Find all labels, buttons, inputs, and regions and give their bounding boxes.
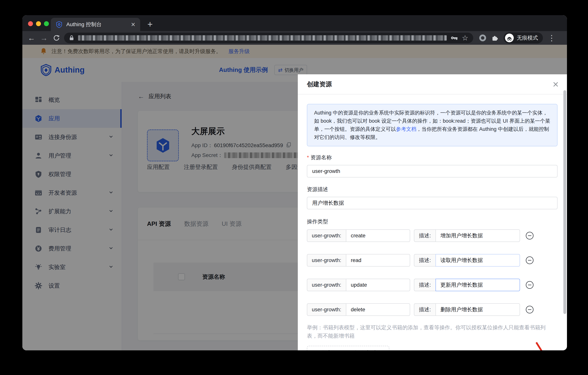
action-name-input[interactable] <box>346 303 410 316</box>
forward-icon[interactable]: → <box>39 34 49 42</box>
action-prefix: user-growth: <box>307 229 346 242</box>
tab-close-icon[interactable]: × <box>131 21 135 28</box>
docs-link[interactable]: 参考文档 <box>396 126 416 132</box>
action-prefix: user-growth: <box>307 254 346 266</box>
action-desc-input[interactable] <box>436 279 520 291</box>
desc-prefix: 描述: <box>414 254 436 266</box>
incognito-icon <box>505 33 514 42</box>
remove-action-icon[interactable] <box>525 305 534 314</box>
required-asterisk: * <box>307 154 309 161</box>
drawer-scrollbar[interactable] <box>563 90 566 314</box>
drawer-title: 创建资源 <box>307 80 553 88</box>
remove-action-icon[interactable] <box>525 281 534 289</box>
action-row-read: user-growth: 描述: <box>307 254 557 266</box>
incognito-badge: 无痕模式 <box>504 33 543 44</box>
plus-icon: + <box>315 350 319 350</box>
example-hint: 举例：书籍列表模型，这里可以定义书籍的添加，查看等操作。你可以授权某位操作人只能… <box>307 323 553 340</box>
traffic-lights <box>28 21 49 26</box>
extensions-puzzle-icon[interactable] <box>491 34 499 42</box>
resource-desc-label: 资源描述 <box>307 186 557 193</box>
record-circle-icon[interactable] <box>479 34 486 41</box>
action-row-update: user-growth: 描述: <box>307 279 557 291</box>
desc-prefix: 描述: <box>414 229 436 242</box>
zoom-window-button[interactable] <box>44 21 49 26</box>
action-row-delete: user-growth: 描述: <box>307 303 557 316</box>
close-icon[interactable]: × <box>553 79 559 89</box>
remove-action-icon[interactable] <box>525 256 534 265</box>
drawer-header: 创建资源 × <box>298 74 567 94</box>
action-type-label: 操作类型 <box>307 218 557 225</box>
resource-desc-input[interactable] <box>307 197 557 209</box>
desc-prefix: 描述: <box>414 279 436 291</box>
action-row-create: user-growth: 描述: <box>307 229 557 242</box>
browser-tab[interactable]: Authing 控制台 × <box>51 18 140 31</box>
action-name-input[interactable] <box>346 229 410 242</box>
resource-name-label: * 资源名称 <box>307 154 557 161</box>
browser-window: Authing 控制台 × + ← → ☆ <box>22 15 567 350</box>
lock-icon <box>69 35 74 41</box>
minimize-window-button[interactable] <box>36 21 41 26</box>
tab-title: Authing 控制台 <box>66 21 127 28</box>
create-resource-drawer: 创建资源 × Authing 中的资源是你的业务系统中实际资源的标识符，一个资源… <box>298 74 567 350</box>
password-key-icon[interactable] <box>451 35 458 41</box>
toolbar-right: 无痕模式 ⋮ <box>479 33 556 44</box>
action-prefix: user-growth: <box>307 279 346 291</box>
close-window-button[interactable] <box>28 21 33 26</box>
browser-menu-icon[interactable]: ⋮ <box>548 35 556 41</box>
address-bar[interactable]: ☆ <box>64 33 473 43</box>
drawer-body: Authing 中的资源是你的业务系统中实际资源的标识符，一个资源可以是你的业务… <box>298 104 567 350</box>
action-name-input[interactable] <box>346 279 410 291</box>
action-name-input[interactable] <box>346 254 410 266</box>
favicon-shield-icon <box>56 21 63 28</box>
action-prefix: user-growth: <box>307 303 346 316</box>
incognito-label: 无痕模式 <box>517 34 538 42</box>
action-desc-input[interactable] <box>436 254 520 266</box>
browser-toolbar: ← → ☆ 无痕模式 ⋮ <box>22 31 567 45</box>
remove-action-icon[interactable] <box>525 231 534 240</box>
reload-icon[interactable] <box>52 34 61 42</box>
add-action-button[interactable]: + 添加 Action（操作类型） <box>307 346 389 350</box>
resource-name-input[interactable] <box>307 165 557 177</box>
tab-bar: Authing 控制台 × + <box>22 15 567 31</box>
bookmark-star-icon[interactable]: ☆ <box>462 34 468 42</box>
new-tab-button[interactable]: + <box>147 20 153 29</box>
desc-prefix: 描述: <box>414 303 436 316</box>
info-box: Authing 中的资源是你的业务系统中实际资源的标识符，一个资源可以是你的业务… <box>307 104 557 146</box>
action-desc-input[interactable] <box>436 229 520 242</box>
back-icon[interactable]: ← <box>27 34 36 42</box>
page: 注意！免费次数即将用尽，为了保证用户池正常使用，请及时升级服务。 服务升级 Au… <box>22 45 567 350</box>
annotation-arrow <box>534 341 552 350</box>
action-desc-input[interactable] <box>436 303 520 316</box>
url-text-redacted <box>78 35 447 41</box>
